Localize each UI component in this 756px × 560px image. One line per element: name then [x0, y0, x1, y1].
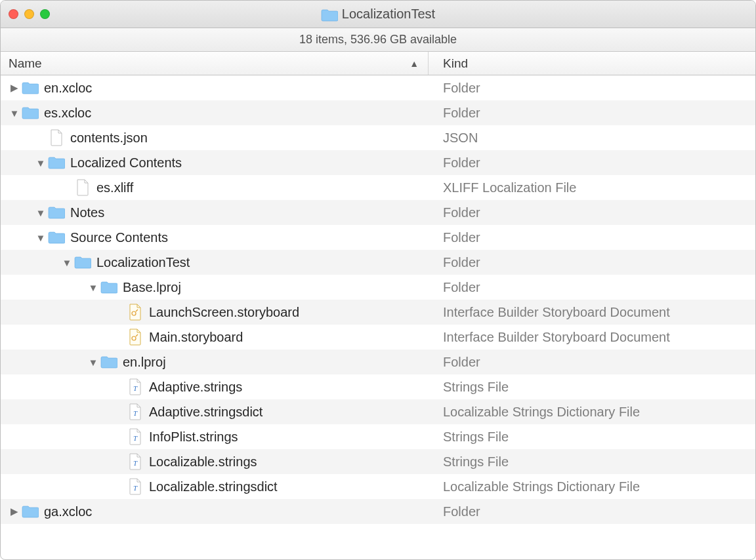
folder-icon: [99, 281, 119, 294]
sort-ascending-icon: ▲: [410, 58, 419, 69]
folder-icon: [47, 206, 66, 219]
storyboard-icon: [125, 304, 145, 321]
file-row[interactable]: ▼en.lprojFolder: [1, 350, 755, 374]
window-titlebar: LocalizationTest: [1, 1, 755, 28]
column-header-name[interactable]: Name ▲: [1, 52, 429, 75]
file-row[interactable]: ▼Source ContentsFolder: [1, 225, 755, 250]
kind-cell: Strings File: [429, 380, 755, 395]
kind-cell: Localizable Strings Dictionary File: [429, 405, 755, 420]
disclosure-triangle[interactable]: ▼: [87, 282, 99, 293]
zoom-window-button[interactable]: [40, 9, 50, 19]
file-row[interactable]: ▼NotesFolder: [1, 200, 755, 225]
file-name: Adaptive.strings: [149, 380, 242, 395]
name-cell: ▼en.lproj: [1, 350, 429, 374]
file-name: LaunchScreen.storyboard: [149, 305, 299, 320]
folder-icon: [321, 9, 337, 20]
folder-icon: [99, 355, 119, 369]
disclosure-triangle[interactable]: ▶: [9, 506, 20, 517]
kind-cell: Interface Builder Storyboard Document: [429, 305, 755, 320]
name-cell: Main.storyboard: [1, 325, 429, 350]
file-row[interactable]: ▼Localized ContentsFolder: [1, 150, 755, 175]
column-header-kind[interactable]: Kind: [429, 52, 755, 75]
file-row[interactable]: ▼LocalizationTestFolder: [1, 250, 755, 275]
kind-cell: Folder: [429, 355, 755, 370]
file-row[interactable]: Localizable.stringsdictLocalizable Strin…: [1, 474, 755, 499]
disclosure-triangle[interactable]: ▶: [9, 82, 20, 94]
name-cell: Adaptive.stringsdict: [1, 399, 429, 424]
file-row[interactable]: Adaptive.stringsdictLocalizable Strings …: [1, 399, 755, 424]
close-window-button[interactable]: [9, 9, 18, 19]
name-cell: ▼es.xcloc: [1, 100, 429, 125]
kind-cell: Interface Builder Storyboard Document: [429, 330, 755, 345]
name-cell: ▼LocalizationTest: [1, 250, 429, 275]
file-name: Localizable.stringsdict: [149, 479, 278, 494]
traffic-lights: [9, 9, 50, 19]
kind-cell: Folder: [429, 230, 755, 245]
name-cell: ▼Base.lproj: [1, 275, 429, 300]
file-row[interactable]: contents.jsonJSON: [1, 125, 755, 150]
kind-cell: Folder: [429, 155, 755, 170]
file-name: Base.lproj: [123, 280, 181, 295]
disclosure-triangle[interactable]: ▼: [9, 108, 20, 119]
disclosure-triangle[interactable]: ▼: [87, 357, 99, 368]
name-cell: LaunchScreen.storyboard: [1, 300, 429, 325]
kind-cell: Strings File: [429, 454, 755, 470]
disclosure-triangle[interactable]: ▼: [35, 232, 47, 243]
name-cell: ▶ga.xcloc: [1, 499, 429, 524]
folder-icon: [73, 256, 93, 269]
name-cell: ▼Source Contents: [1, 225, 429, 250]
name-cell: Localizable.stringsdict: [1, 474, 429, 499]
file-row[interactable]: LaunchScreen.storyboardInterface Builder…: [1, 300, 755, 325]
kind-cell: Folder: [429, 504, 755, 519]
folder-icon: [20, 81, 40, 94]
name-cell: ▼Localized Contents: [1, 150, 429, 175]
file-name: InfoPlist.strings: [149, 430, 238, 445]
file-row[interactable]: ▼Base.lprojFolder: [1, 275, 755, 300]
strings-icon: [125, 478, 145, 495]
kind-cell: Folder: [429, 280, 755, 295]
strings-icon: [125, 428, 145, 445]
window-title-text: LocalizationTest: [342, 7, 435, 22]
file-row[interactable]: Adaptive.stringsStrings File: [1, 374, 755, 399]
name-cell: es.xliff: [1, 175, 429, 200]
column-header-kind-label: Kind: [443, 56, 468, 71]
kind-cell: XLIFF Localization File: [429, 180, 755, 195]
file-icon: [73, 179, 93, 196]
minimize-window-button[interactable]: [24, 9, 34, 19]
kind-cell: Folder: [429, 205, 755, 220]
folder-icon: [20, 106, 40, 119]
file-row[interactable]: ▼es.xclocFolder: [1, 100, 755, 125]
name-cell: Localizable.strings: [1, 449, 429, 474]
disclosure-triangle[interactable]: ▼: [35, 207, 47, 218]
file-row[interactable]: Main.storyboardInterface Builder Storybo…: [1, 325, 755, 350]
file-name: en.xcloc: [44, 81, 92, 96]
disclosure-triangle[interactable]: ▼: [35, 157, 47, 169]
kind-cell: Localizable Strings Dictionary File: [429, 479, 755, 494]
window-title: LocalizationTest: [9, 7, 747, 22]
strings-icon: [125, 453, 145, 470]
storyboard-icon: [125, 329, 145, 346]
file-name: en.lproj: [123, 355, 166, 370]
file-name: Main.storyboard: [149, 330, 243, 345]
file-row[interactable]: Localizable.stringsStrings File: [1, 449, 755, 474]
file-row[interactable]: es.xliffXLIFF Localization File: [1, 175, 755, 200]
file-list: ▶en.xclocFolder▼es.xclocFoldercontents.j…: [1, 75, 755, 524]
file-icon: [47, 129, 66, 146]
file-name: LocalizationTest: [96, 255, 190, 270]
file-name: Source Contents: [70, 230, 168, 245]
file-name: ga.xcloc: [44, 504, 92, 519]
file-row[interactable]: ▶ga.xclocFolder: [1, 499, 755, 524]
name-cell: ▶en.xcloc: [1, 75, 429, 100]
folder-icon: [47, 231, 66, 244]
name-cell: ▼Notes: [1, 200, 429, 225]
disclosure-triangle[interactable]: ▼: [61, 257, 73, 268]
kind-cell: JSON: [429, 130, 755, 146]
file-row[interactable]: InfoPlist.stringsStrings File: [1, 424, 755, 449]
strings-icon: [125, 403, 145, 420]
file-row[interactable]: ▶en.xclocFolder: [1, 75, 755, 100]
name-cell: Adaptive.strings: [1, 374, 429, 399]
kind-cell: Folder: [429, 81, 755, 96]
file-name: contents.json: [70, 130, 148, 146]
kind-cell: Folder: [429, 255, 755, 270]
status-text: 18 items, 536.96 GB available: [299, 33, 457, 47]
